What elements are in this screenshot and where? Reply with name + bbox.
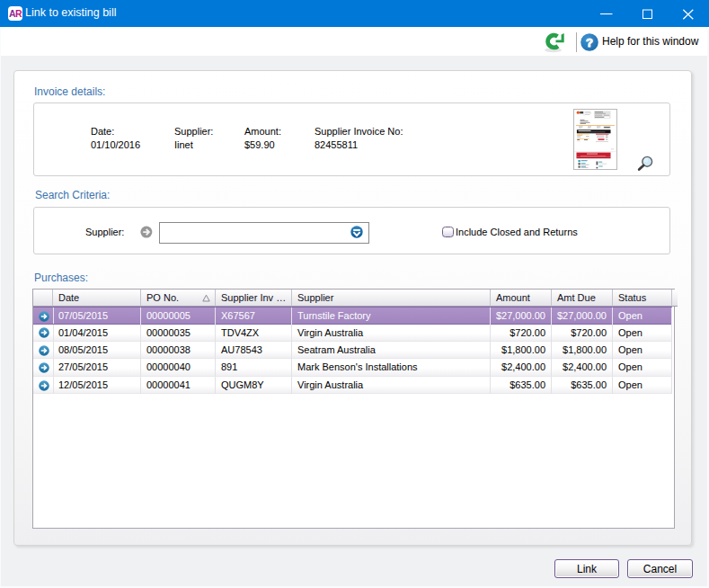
svg-text:AR: AR — [9, 8, 22, 19]
svg-text:?: ? — [586, 36, 593, 49]
